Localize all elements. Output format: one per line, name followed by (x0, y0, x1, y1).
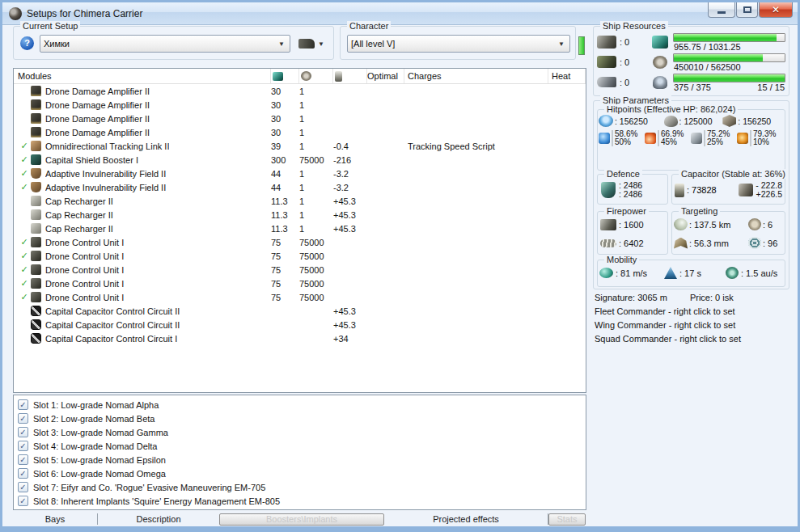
pg-value: 75000 (299, 279, 333, 289)
minimize-button[interactable] (708, 2, 735, 18)
table-row[interactable]: ✓Drone Control Unit I 7575000 (14, 263, 586, 277)
implant-checkbox[interactable]: ✓ (18, 441, 28, 451)
capacitor-label: Capacitor (Stable at: 36%) (679, 169, 788, 179)
cap-value: +45.3 (333, 210, 367, 220)
capacitor-icon (335, 71, 342, 82)
calibration-usage: 375 / 375 (674, 82, 711, 93)
help-icon[interactable]: ? (20, 36, 34, 50)
tab-description[interactable]: Description (98, 514, 219, 524)
pg-value: 1 (299, 141, 333, 151)
table-row[interactable]: Drone Damage Amplifier II 301 (14, 125, 586, 139)
rig-count: : 0 (620, 78, 629, 87)
cap-value: -3.2 (333, 169, 367, 179)
drone-damage-amplifier-icon (31, 99, 41, 110)
character-select[interactable]: [All level V] ▼ (347, 35, 570, 53)
table-row[interactable]: Capital Capacitor Control Circuit I +34 (14, 331, 586, 345)
titlebar: Setups for Chimera Carrier ✕ (2, 2, 798, 25)
optimal-column-header[interactable]: Optimal (367, 69, 404, 83)
mobility-label: Mobility (604, 255, 639, 264)
table-row[interactable]: Cap Recharger II 11.31+45.3 (14, 194, 586, 208)
mobility-group: Mobility : 81 m/s : 17 s : 1.5 au/s (597, 260, 785, 287)
table-row[interactable]: Cap Recharger II 11.31+45.3 (14, 208, 586, 222)
cpu-value: 75 (271, 238, 299, 247)
module-name: Omnidirectional Tracking Link II (45, 141, 169, 151)
tab-projected-effects[interactable]: Projected effects (384, 514, 548, 524)
table-row[interactable]: ✓Adaptive Invulnerability Field II 441-3… (14, 167, 586, 180)
table-row[interactable]: Drone Damage Amplifier II 301 (14, 112, 586, 125)
setup-select[interactable]: Химки ▼ (40, 35, 290, 53)
cpu-value: 75 (271, 265, 299, 275)
table-row[interactable]: ✓Omnidirectional Tracking Link II 391-0.… (14, 139, 586, 153)
table-row[interactable]: ✓Adaptive Invulnerability Field II 441-3… (14, 180, 586, 194)
stats-button[interactable]: Stats (548, 513, 586, 526)
implant-checkbox[interactable]: ✓ (18, 454, 28, 465)
implant-label: Slot 5: Low-grade Nomad Epsilon (33, 455, 166, 465)
list-item[interactable]: ✓Slot 4: Low-grade Nomad Delta (14, 439, 586, 453)
implant-checkbox[interactable]: ✓ (18, 399, 28, 410)
squad-commander-slot[interactable]: Squad Commander - right click to set (595, 334, 791, 344)
table-row[interactable]: ✓Capital Shield Booster I 30075000-216 (14, 153, 586, 167)
tab-boosters-implants[interactable]: Boosters\Implants (219, 513, 384, 526)
list-item[interactable]: ✓Slot 1: Low-grade Nomad Alpha (14, 398, 586, 412)
ship-menu-button[interactable]: ▼ (298, 36, 328, 51)
pg-value: 1 (299, 87, 333, 96)
launcher-count: : 0 (620, 57, 629, 67)
implant-checkbox[interactable]: ✓ (18, 413, 28, 424)
table-row[interactable]: ✓Drone Control Unit I 7575000 (14, 235, 586, 249)
active-check-icon: ✓ (18, 237, 31, 247)
cap-booster-icon (739, 184, 753, 196)
capacitor-amount: : 73828 (687, 185, 717, 195)
pg-value: 75000 (299, 293, 333, 302)
turret-dps: : 1600 (619, 220, 644, 230)
implant-checkbox[interactable]: ✓ (18, 496, 28, 506)
active-check-icon: ✓ (18, 168, 31, 179)
drone-capacity: 15 / 15 (757, 82, 785, 93)
table-row[interactable]: Capital Capacitor Control Circuit II +45… (14, 318, 586, 331)
pg-value: 1 (299, 114, 333, 124)
table-row[interactable]: Cap Recharger II 11.31+45.3 (14, 222, 586, 235)
table-row[interactable]: ✓Drone Control Unit I 7575000 (14, 249, 586, 263)
list-item[interactable]: ✓Slot 7: Eifyr and Co. 'Rogue' Evasive M… (14, 480, 586, 494)
rig-slot-icon (597, 77, 616, 87)
setup-select-value: Химки (44, 39, 70, 49)
powergrid-column-header[interactable] (299, 69, 333, 83)
kinetic-armor-resist: 25% (707, 138, 730, 146)
scan-resolution-icon (674, 238, 688, 249)
table-row[interactable]: Drone Damage Amplifier II 301 (14, 84, 586, 98)
list-item[interactable]: ✓Slot 3: Low-grade Nomad Gamma (14, 425, 586, 439)
turret-hardpoint-icon (597, 36, 616, 49)
ship-icon (298, 39, 315, 49)
implant-checkbox[interactable]: ✓ (18, 482, 28, 492)
module-name: Capital Capacitor Control Circuit II (45, 306, 180, 316)
table-row[interactable]: ✓Drone Control Unit I 7575000 (14, 290, 586, 304)
cap-value: -216 (333, 155, 367, 165)
shield-hp: : 156250 (615, 116, 648, 126)
cap-value: +45.3 (333, 196, 367, 206)
modules-column-header[interactable]: Modules (14, 69, 271, 83)
table-row[interactable]: Drone Damage Amplifier II 301 (14, 98, 586, 112)
implant-checkbox[interactable]: ✓ (18, 427, 28, 437)
powergrid-icon (653, 56, 667, 69)
align-time: : 17 s (679, 268, 701, 278)
implant-checkbox[interactable]: ✓ (18, 468, 28, 479)
tab-bays[interactable]: Bays (13, 514, 97, 524)
heat-column-header[interactable]: Heat (548, 69, 586, 83)
list-item[interactable]: ✓Slot 5: Low-grade Nomad Epsilon (14, 453, 586, 467)
list-item[interactable]: ✓Slot 8: Inherent Implants 'Squire' Ener… (14, 494, 586, 508)
warp-speed-icon (726, 267, 739, 279)
table-row[interactable]: Capital Capacitor Control Circuit II +45… (14, 304, 586, 318)
charges-column-header[interactable]: Charges (404, 69, 548, 83)
table-row[interactable]: ✓Drone Control Unit I 7575000 (14, 277, 586, 290)
list-item[interactable]: ✓Slot 2: Low-grade Nomad Beta (14, 412, 586, 425)
capacitor-column-header[interactable] (333, 69, 367, 83)
wing-commander-slot[interactable]: Wing Commander - right click to set (595, 320, 791, 330)
cpu-column-header[interactable] (271, 69, 299, 83)
cap-value: +34 (333, 334, 367, 344)
fleet-commander-slot[interactable]: Fleet Commander - right click to set (595, 306, 791, 316)
maximize-button[interactable] (736, 2, 758, 18)
defence-label: Defence (604, 169, 642, 179)
cpu-value: 11.3 (271, 224, 299, 234)
cpu-value: 44 (271, 183, 299, 192)
close-button[interactable]: ✕ (759, 2, 793, 18)
list-item[interactable]: ✓Slot 6: Low-grade Nomad Omega (14, 467, 586, 480)
